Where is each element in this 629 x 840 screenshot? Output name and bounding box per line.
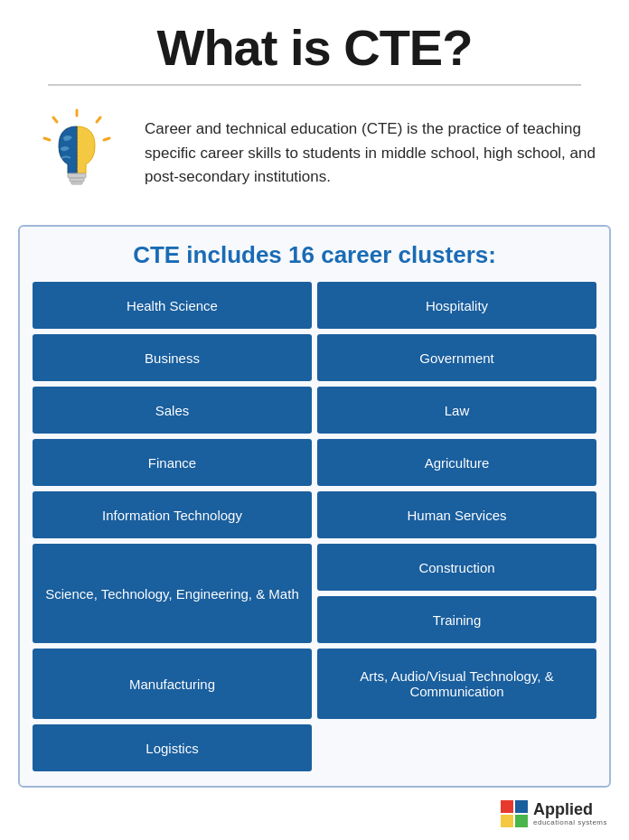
cluster-law: Law — [317, 387, 596, 434]
applied-logo-icon — [501, 800, 528, 827]
svg-line-3 — [53, 117, 57, 122]
svg-rect-9 — [501, 800, 513, 813]
cluster-business: Business — [33, 334, 312, 381]
logo-text: Applied educational systems — [533, 801, 607, 827]
cluster-arts-av: Arts, Audio/Visual Technology, & Communi… — [317, 649, 596, 719]
title-divider — [48, 84, 581, 86]
brain-lightbulb-icon — [27, 104, 127, 203]
logo-section: Applied educational systems — [18, 800, 611, 827]
cluster-agriculture: Agriculture — [317, 439, 596, 486]
clusters-title: CTE includes 16 career clusters: — [33, 241, 596, 269]
cluster-sales: Sales — [33, 387, 312, 434]
cluster-training: Training — [317, 596, 596, 643]
svg-rect-10 — [515, 800, 528, 813]
intro-section: Career and technical education (CTE) is … — [18, 104, 611, 203]
page-title: What is CTE? — [157, 18, 473, 77]
svg-rect-11 — [501, 815, 513, 827]
cluster-human-services: Human Services — [317, 491, 596, 538]
cluster-finance: Finance — [33, 439, 312, 486]
cluster-health-science: Health Science — [33, 282, 312, 329]
svg-rect-6 — [70, 178, 84, 182]
cluster-construction: Construction — [317, 544, 596, 591]
cluster-logistics: Logistics — [33, 724, 312, 771]
cluster-government: Government — [317, 334, 596, 381]
clusters-grid: Health Science Hospitality Business Gove… — [33, 282, 596, 771]
logo-sub-text: educational systems — [533, 819, 607, 827]
cluster-information-technology: Information Technology — [33, 491, 312, 538]
svg-rect-7 — [71, 182, 82, 184]
clusters-box: CTE includes 16 career clusters: Health … — [18, 225, 611, 788]
intro-paragraph: Career and technical education (CTE) is … — [145, 117, 602, 189]
svg-line-2 — [104, 138, 109, 140]
cluster-manufacturing: Manufacturing — [33, 649, 312, 719]
svg-rect-5 — [68, 173, 86, 178]
svg-line-1 — [97, 117, 100, 122]
logo-applied-text: Applied — [533, 801, 607, 819]
cluster-stem: Science, Technology, Engineering, & Math — [33, 544, 312, 643]
cluster-hospitality: Hospitality — [317, 282, 596, 329]
svg-rect-12 — [515, 815, 528, 827]
svg-line-4 — [44, 138, 50, 140]
